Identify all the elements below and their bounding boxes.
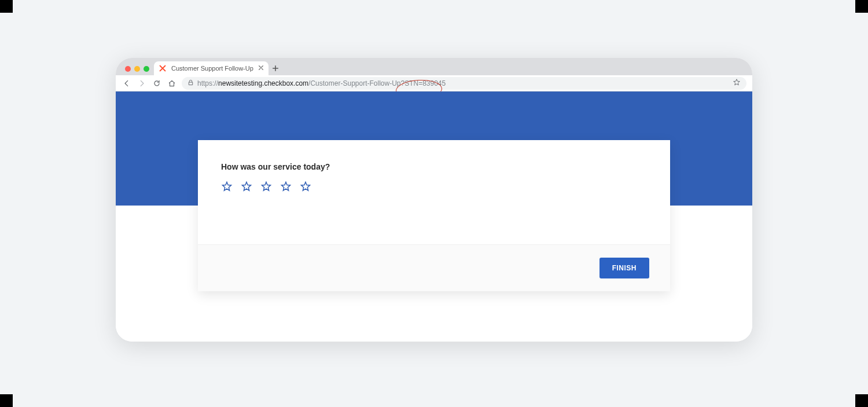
rating-star-5[interactable] — [300, 181, 311, 192]
address-bar[interactable]: https://newsitetesting.checkbox.com/Cust… — [182, 77, 746, 90]
corner-notch — [855, 0, 868, 13]
finish-button[interactable]: FINISH — [599, 258, 649, 278]
lock-icon — [187, 79, 194, 87]
new-tab-button[interactable] — [269, 61, 282, 75]
corner-notch — [0, 394, 13, 407]
corner-notch — [855, 394, 868, 407]
survey-question: How was our service today? — [221, 162, 647, 171]
url-path: /Customer-Support-Follow-Up?STN=839045 — [308, 79, 446, 87]
home-button[interactable] — [167, 78, 177, 89]
window-controls — [122, 66, 154, 75]
rating-star-2[interactable] — [241, 181, 252, 192]
tab-strip: Customer Support Follow-Up — [116, 58, 752, 75]
window-close-button[interactable] — [125, 66, 131, 72]
url-text: https://newsitetesting.checkbox.com/Cust… — [197, 79, 446, 87]
corner-notch — [0, 0, 13, 13]
checkbox-favicon-icon — [159, 64, 167, 72]
rating-star-1[interactable] — [221, 181, 233, 192]
browser-tab[interactable]: Customer Support Follow-Up — [154, 61, 269, 75]
rating-star-3[interactable] — [260, 181, 272, 192]
forward-button[interactable] — [137, 78, 147, 89]
rating-star-4[interactable] — [280, 181, 292, 192]
url-host: newsitetesting.checkbox.com — [218, 79, 308, 87]
tab-close-icon[interactable] — [258, 64, 264, 72]
reload-button[interactable] — [152, 78, 162, 89]
card-body: How was our service today? — [198, 140, 670, 244]
bookmark-star-icon[interactable] — [733, 78, 741, 88]
window-minimize-button[interactable] — [134, 66, 140, 72]
rating-stars — [221, 181, 647, 192]
url-prefix: https:// — [197, 79, 218, 87]
page-viewport: How was our service today? — [116, 91, 752, 342]
back-button[interactable] — [122, 78, 132, 89]
window-maximize-button[interactable] — [144, 66, 149, 72]
survey-card: How was our service today? — [198, 140, 670, 291]
browser-window: Customer Support Follow-Up https:/ — [116, 58, 752, 342]
card-footer: FINISH — [198, 244, 670, 291]
tab-title: Customer Support Follow-Up — [171, 65, 253, 72]
toolbar: https://newsitetesting.checkbox.com/Cust… — [116, 75, 752, 91]
